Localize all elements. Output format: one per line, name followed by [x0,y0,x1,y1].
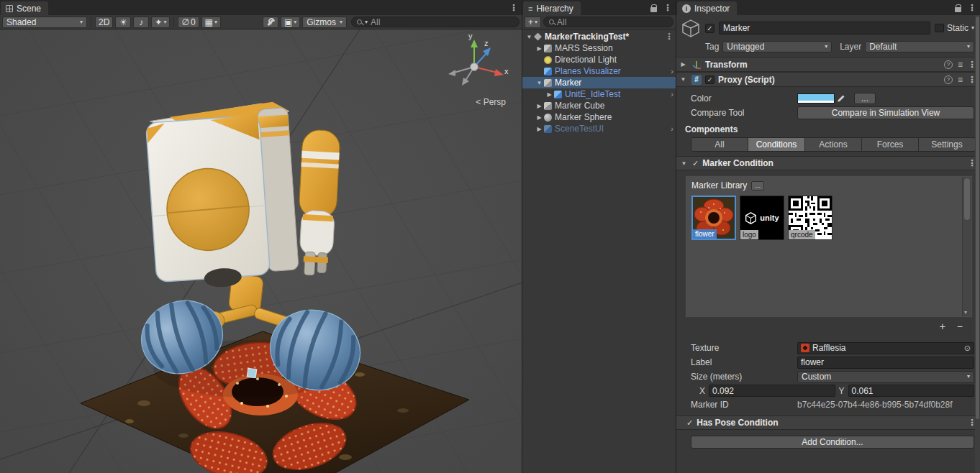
has-pose-condition-header[interactable]: ✓ Has Pose Condition ⋮ [676,415,980,430]
hierarchy-item-marker-cube[interactable]: ▶ Marker Cube [522,100,676,111]
axis-z-label[interactable]: z [484,39,489,47]
orientation-gizmo[interactable]: y z x [437,35,512,96]
draw-mode-dropdown[interactable]: Shaded ▾ [2,17,87,28]
hierarchy-item-marker[interactable]: ▼ Marker [522,77,676,88]
hierarchy-item-scenetestui[interactable]: ▶ SceneTestUI › [522,123,676,134]
eyedropper-icon[interactable] [836,94,845,104]
mars-tools-button[interactable] [263,17,278,28]
foldout-closed-icon[interactable]: ▶ [545,91,554,98]
mars-camera-dropdown[interactable]: ▣ ▾ [281,17,300,28]
tab-conditions[interactable]: Conditions [748,138,805,151]
foldout-closed-icon[interactable]: ▶ [535,45,544,52]
tab-forces[interactable]: Forces [862,138,919,151]
y-input[interactable]: 0.061 [848,385,974,397]
inspector-scrollbar-thumb[interactable] [976,17,979,419]
axis-gizmo-graphic [437,35,512,96]
marker-condition-title: Marker Condition [702,158,964,168]
foldout-closed-icon[interactable]: ▶ [535,103,544,109]
lock-icon[interactable] [955,7,961,12]
add-condition-button[interactable]: Add Condition... [691,436,974,449]
hierarchy-item-scene-root[interactable]: ▼ MarkerTrackingTest* ⋮ [522,31,676,42]
static-dropdown[interactable]: Static ▾ [935,23,974,33]
tab-scene[interactable]: Scene [1,1,48,15]
inspector-menu-icon[interactable]: ⋮ [968,3,976,13]
marker-thumbnail-qrcode[interactable]: qrcode [788,196,832,240]
marker-thumbnail-flower[interactable]: flower [691,196,736,240]
scene-3d-viewport[interactable]: y z x < Persp [0,29,522,473]
library-scrollbar-thumb[interactable] [964,178,970,220]
gizmos-dropdown[interactable]: Gizmos ▾ [302,17,347,28]
compare-simulation-button[interactable]: Compare in Simulation View [797,106,974,119]
color-swatch[interactable] [797,93,835,104]
marker-library-more-button[interactable]: ... [751,181,764,190]
axis-x-label[interactable]: x [504,67,509,75]
projection-toggle[interactable]: < Persp [476,97,506,107]
hierarchy-item-planes-visualizer[interactable]: Planes Visualizer › [522,65,676,77]
tab-settings[interactable]: Settings [919,138,975,151]
hierarchy-item-marker-sphere[interactable]: ▶ Marker Sphere [522,111,676,123]
add-marker-button[interactable]: + [940,322,945,331]
foldout-closed-icon[interactable]: ▶ [535,126,544,132]
object-picker-icon[interactable]: ⊙ [964,344,971,353]
help-icon[interactable]: ? [944,75,953,84]
tab-hierarchy[interactable]: ≡ Hierarchy [523,1,581,15]
create-object-button[interactable]: + ▾ [525,17,541,28]
scene-options-icon[interactable]: ⋮ [665,32,673,41]
help-icon[interactable]: ? [944,60,953,69]
presets-icon[interactable]: ≡ [958,75,963,85]
hierarchy-menu-icon[interactable]: ⋮ [663,3,672,13]
proxy-component-header[interactable]: ▼ # ✓ Proxy (Script) ? ≡ ⋮ [676,72,980,87]
effects-dropdown[interactable]: ✦ ▾ [151,17,170,28]
foldout-open-icon[interactable]: ▼ [679,76,688,83]
scene-menu-icon[interactable]: ⋮ [509,3,518,13]
gameobject-icon [544,114,552,121]
tag-dropdown[interactable]: Untagged ▾ [722,41,832,52]
remove-marker-button[interactable]: − [957,322,963,331]
gameobject-icon [544,45,552,52]
scene-visibility-button[interactable]: ∅ 0 [178,17,199,28]
presets-icon[interactable]: ≡ [958,60,963,70]
hierarchy-item-mars-session[interactable]: ▶ MARS Session [522,42,676,54]
hierarchy-item-label: Marker Sphere [555,112,612,122]
hierarchy-search-input[interactable]: All [543,17,673,27]
color-field[interactable] [797,93,845,104]
prefab-open-icon[interactable]: › [671,125,673,133]
marker-condition-header[interactable]: ▼ ✓ Marker Condition ⋮ [676,156,980,170]
size-dropdown[interactable]: Custom ▾ [797,371,974,383]
inspector-scrollbar[interactable] [975,15,980,473]
gameobject-header: ✓ Marker Static ▾ [676,15,980,39]
hierarchy-item-unite-idletest[interactable]: ▶ UnitE_IdleTest › [522,88,676,100]
tab-actions[interactable]: Actions [805,138,862,151]
foldout-closed-icon[interactable]: ▶ [535,114,544,121]
color-more-button[interactable]: ... [854,93,876,104]
static-checkbox[interactable] [935,24,944,32]
toggle-2d-button[interactable]: 2D [95,17,113,28]
active-checkbox[interactable]: ✓ [705,24,714,33]
x-input[interactable]: 0.092 [709,385,835,397]
scroll-down-icon[interactable]: ▾ [964,309,967,316]
prefab-open-icon[interactable]: › [671,91,673,98]
prefab-open-icon[interactable]: › [671,68,673,75]
foldout-closed-icon[interactable]: ▶ [679,61,688,68]
foldout-open-icon[interactable]: ▼ [535,80,544,86]
scene-search-input[interactable]: ▾ All [351,17,520,27]
caret-down-icon: ▾ [294,19,296,25]
library-scrollbar[interactable]: ▾ [962,177,971,316]
marker-thumbnail-logo[interactable]: unity logo [740,196,784,240]
foldout-open-icon[interactable]: ▼ [525,34,534,40]
axis-y-label[interactable]: y [468,32,473,40]
layer-dropdown[interactable]: Default ▾ [865,41,974,52]
foldout-open-icon[interactable]: ▼ [679,160,689,167]
transform-component-header[interactable]: ▶ Transform ? ≡ ⋮ [676,57,980,72]
name-input[interactable]: Marker [719,22,930,35]
lock-icon[interactable] [650,7,657,12]
grid-settings-dropdown[interactable]: ▦ ▾ [201,17,221,28]
tab-inspector[interactable]: i Inspector [677,1,737,15]
label-input[interactable]: flower [797,357,974,369]
audio-toggle-button[interactable]: ♪ [133,17,149,28]
hierarchy-item-directional-light[interactable]: Directional Light [522,54,676,65]
texture-object-field[interactable]: Rafflesia ⊙ [797,342,974,354]
component-enabled-checkbox[interactable]: ✓ [705,75,714,84]
tab-all[interactable]: All [691,138,748,151]
lighting-toggle-button[interactable]: ☀ [115,17,131,28]
